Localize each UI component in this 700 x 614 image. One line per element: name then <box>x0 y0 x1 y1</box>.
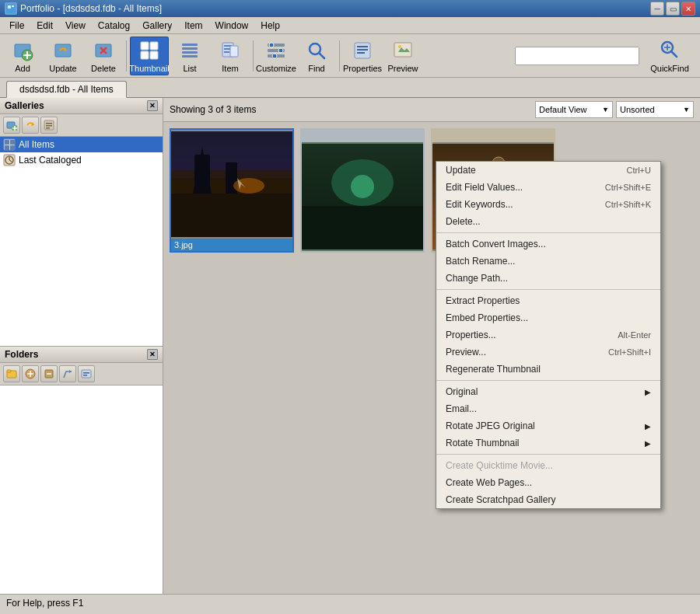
folders-tool-2[interactable] <box>22 365 39 382</box>
gallery-icon <box>3 138 16 151</box>
update-button[interactable]: Update <box>44 37 82 75</box>
menu-edit[interactable]: Edit <box>30 18 59 33</box>
separator-1 <box>126 40 127 72</box>
svg-rect-51 <box>5 140 9 145</box>
svg-rect-35 <box>357 52 365 54</box>
item-button[interactable]: Item <box>211 37 250 75</box>
folders-title: Folders <box>5 349 38 360</box>
svg-rect-15 <box>182 44 198 46</box>
main-tab[interactable]: dsdsdsd.fdb - All Items <box>6 81 127 98</box>
thumbnail-1[interactable]: 3.jpg <box>170 128 294 253</box>
svg-rect-54 <box>10 145 15 150</box>
sort-dropdown[interactable]: Unsorted ▼ <box>616 101 694 118</box>
new-gallery-button[interactable] <box>3 117 20 134</box>
view-dropdown[interactable]: Default View ▼ <box>535 101 613 118</box>
rotate-jpeg-arrow-icon: ▶ <box>645 422 651 431</box>
folders-tool-1[interactable] <box>3 365 20 382</box>
thumb-image-2 <box>302 142 423 251</box>
menu-item[interactable]: Item <box>178 18 208 33</box>
ctx-change-path[interactable]: Change Path... <box>436 270 660 287</box>
ctx-edit-keywords[interactable]: Edit Keywords... Ctrl+Shift+K <box>436 196 660 213</box>
search-input[interactable] <box>516 47 639 65</box>
gallery-item-all-items[interactable]: All Items <box>0 137 163 152</box>
svg-rect-67 <box>83 372 89 374</box>
gallery-item-last-cataloged[interactable]: Last Cataloged <box>0 152 163 168</box>
svg-rect-60 <box>7 370 11 372</box>
ctx-cqt-label: Create Quicktime Movie... <box>446 460 553 471</box>
ctx-prev-label: Preview... <box>446 347 486 358</box>
menu-window[interactable]: Window <box>209 18 255 33</box>
folders-close-button[interactable]: ✕ <box>147 349 158 360</box>
ctx-preview[interactable]: Preview... Ctrl+Shift+I <box>436 344 660 361</box>
status-text: For Help, press F1 <box>6 598 83 609</box>
quickfind-button[interactable]: QuickFind <box>642 37 697 75</box>
customize-button[interactable]: Customize <box>257 37 296 75</box>
last-cataloged-label: Last Cataloged <box>19 155 82 166</box>
gallery-options-button[interactable] <box>40 117 58 134</box>
close-button[interactable]: ✕ <box>681 2 695 16</box>
folders-tool-5[interactable] <box>78 365 95 382</box>
ctx-efv-label: Edit Field Values... <box>446 182 523 193</box>
ctx-ep-label: Extract Properties <box>446 295 520 306</box>
find-button[interactable]: Find <box>297 37 336 75</box>
gallery-toolbar: Showing 3 of 3 items Default View ▼ Unso… <box>163 98 700 122</box>
add-icon <box>11 39 34 62</box>
preview-button[interactable]: Preview <box>383 37 422 75</box>
svg-rect-53 <box>5 145 9 150</box>
ctx-rotate-thumb[interactable]: Rotate Thumbnail ▶ <box>436 434 660 452</box>
menu-gallery[interactable]: Gallery <box>136 18 178 33</box>
svg-point-27 <box>269 43 274 47</box>
ctx-edit-field-values[interactable]: Edit Field Values... Ctrl+Shift+E <box>436 179 660 196</box>
thumbnail-button[interactable]: Thumbnail <box>130 37 169 75</box>
refresh-button[interactable] <box>22 117 39 134</box>
folders-tool-4[interactable] <box>59 365 76 382</box>
sort-arrow-icon: ▼ <box>683 106 690 113</box>
folders-tool-3[interactable] <box>40 365 58 382</box>
ctx-regen-thumb[interactable]: Regenerate Thumbnail <box>436 361 660 378</box>
add-button[interactable]: Add <box>3 37 42 75</box>
app-icon <box>5 2 17 15</box>
menu-help[interactable]: Help <box>254 18 286 33</box>
ctx-original[interactable]: Original ▶ <box>436 383 660 400</box>
view-arrow-icon: ▼ <box>602 106 609 113</box>
thumb-label-1: 3.jpg <box>171 239 292 251</box>
ctx-extract-properties[interactable]: Extract Properties <box>436 292 660 309</box>
svg-rect-17 <box>182 51 198 54</box>
ctx-batch-convert[interactable]: Batch Convert Images... <box>436 235 660 253</box>
menu-file[interactable]: File <box>3 18 30 33</box>
ctx-rotate-jpeg[interactable]: Rotate JPEG Original ▶ <box>436 417 660 434</box>
ctx-prop-shortcut: Alt-Enter <box>618 330 651 340</box>
ctx-delete-label: Delete... <box>446 216 481 227</box>
ctx-embed-properties[interactable]: Embed Properties... <box>436 309 660 326</box>
submenu-arrow-icon: ▶ <box>645 388 651 396</box>
ctx-create-web-pages[interactable]: Create Web Pages... <box>436 474 660 491</box>
ctx-create-scratchpad[interactable]: Create Scratchpad Gallery <box>436 491 660 508</box>
galleries-close-button[interactable]: ✕ <box>147 100 158 111</box>
thumbnail-2[interactable] <box>300 128 425 253</box>
ctx-batch-rename[interactable]: Batch Rename... <box>436 253 660 270</box>
properties-button[interactable]: Properties <box>343 37 382 75</box>
svg-rect-66 <box>82 370 91 378</box>
ctx-email-label: Email... <box>446 403 477 414</box>
minimize-button[interactable]: ─ <box>650 2 664 16</box>
ctx-delete[interactable]: Delete... <box>436 213 660 230</box>
ctx-csg-label: Create Scratchpad Gallery <box>446 494 555 505</box>
ctx-emb-label: Embed Properties... <box>446 312 528 323</box>
ctx-ek-shortcut: Ctrl+Shift+K <box>605 200 651 209</box>
delete-button[interactable]: Delete <box>84 37 123 75</box>
galleries-header: Galleries ✕ <box>0 98 163 114</box>
menu-catalog[interactable]: Catalog <box>92 18 136 33</box>
view-label: Default View <box>539 105 587 114</box>
restore-button[interactable]: ▭ <box>666 2 680 16</box>
svg-rect-48 <box>46 125 52 127</box>
list-button[interactable]: List <box>170 37 209 75</box>
ctx-update[interactable]: Update Ctrl+U <box>436 162 660 179</box>
view-controls: Default View ▼ Unsorted ▼ <box>535 101 694 118</box>
menu-view[interactable]: View <box>59 18 92 33</box>
ctx-properties[interactable]: Properties... Alt-Enter <box>436 326 660 344</box>
title-text: Portfolio - [dsdsdsd.fdb - All Items] <box>20 3 162 14</box>
svg-rect-23 <box>230 46 238 57</box>
item-icon <box>219 39 242 62</box>
gallery-status: Showing 3 of 3 items <box>170 104 256 115</box>
ctx-email[interactable]: Email... <box>436 400 660 417</box>
